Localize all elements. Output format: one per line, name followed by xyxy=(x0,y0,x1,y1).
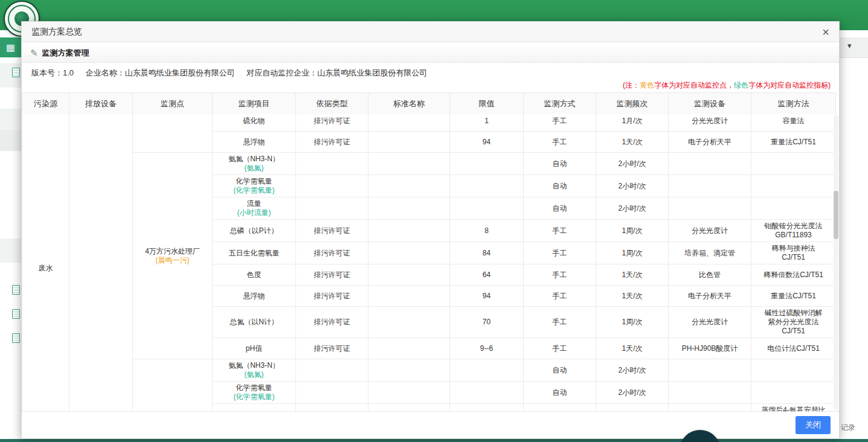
basis-type-cell: 排污许可证 xyxy=(296,132,368,153)
monitor-frequency-cell: 2小时/次 xyxy=(596,359,669,382)
monitor-point-cell: 4万方污水处理厂(晨鸣一污) xyxy=(133,153,213,359)
monitor-mode-cell: 自动 xyxy=(524,197,596,220)
company-label: 企业名称： xyxy=(86,68,125,77)
item-name: 悬浮物 xyxy=(215,292,293,301)
standard-name-cell xyxy=(368,242,450,264)
monitor-item-cell: 氨氮（NH3-N）(氨氮) xyxy=(213,359,296,382)
table-row: 4万方污水处理厂(晨鸣一污)氨氮（NH3-N）(氨氮)自动2小时/次 xyxy=(22,153,836,175)
monitor-method-cell: 稀释与接种法 CJ/T51 xyxy=(751,242,836,264)
monitor-method-cell xyxy=(751,175,836,197)
basis-type-cell: 排污许可证 xyxy=(296,242,368,264)
close-icon[interactable]: × xyxy=(822,26,829,38)
monitor-equipment-cell: 分光光度计 xyxy=(669,307,751,338)
monitor-method-cell: 电位计法CJ/T51 xyxy=(751,338,836,359)
limit-cell xyxy=(450,197,524,220)
monitor-method-cell: 蒸馏后4-氨基安替比 林分光光度法 xyxy=(751,404,836,412)
record-label: 记录 xyxy=(841,423,855,433)
monitor-item-cell: 总磷（以P计） xyxy=(213,220,296,242)
grid-icon: ▦ xyxy=(6,42,15,53)
monitor-equipment-cell: 分光光度计 xyxy=(669,114,751,132)
monitor-point-name: 4万方污水处理厂 xyxy=(135,247,210,256)
basis-type-cell xyxy=(296,197,368,220)
limit-cell xyxy=(450,153,524,175)
monitor-method-cell: 稀释倍数法CJ/T51 xyxy=(751,264,836,286)
item-name: 化学需氧量 xyxy=(215,383,293,392)
monitor-frequency-cell: 1天/次 xyxy=(596,286,669,307)
monitor-mode-cell: 手工 xyxy=(524,286,596,307)
column-header-10: 监测方法 xyxy=(751,93,836,115)
limit-cell xyxy=(450,359,524,382)
item-name: 流量 xyxy=(215,199,293,208)
version-info: 版本号：1.0 xyxy=(31,68,74,77)
monitor-equipment-cell xyxy=(669,153,751,175)
standard-name-cell xyxy=(368,307,450,338)
document-icon xyxy=(12,309,20,319)
monitor-frequency-cell: 1天/次 xyxy=(596,338,669,359)
monitor-equipment-cell: 电子分析天平 xyxy=(669,132,751,153)
item-auto-indicator: (氨氮) xyxy=(215,370,293,379)
monitor-point-cell xyxy=(133,359,213,412)
active-nav-tab[interactable]: ▦ xyxy=(0,37,21,57)
monitor-method-cell xyxy=(751,197,836,220)
note-part1: (注： xyxy=(623,81,640,89)
column-header-1: 排放设备 xyxy=(69,93,133,115)
company-value: 山东晨鸣纸业集团股份有限公司 xyxy=(125,68,235,77)
column-header-4: 依据类型 xyxy=(296,93,368,115)
scrollbar-thumb[interactable] xyxy=(834,191,838,239)
item-auto-indicator: (氨氮) xyxy=(215,164,293,173)
modal-header: 监测方案总览 × xyxy=(22,22,839,42)
standard-name-cell xyxy=(368,264,450,286)
vertical-scrollbar[interactable] xyxy=(834,115,838,410)
item-name: 总磷（以P计） xyxy=(215,226,293,235)
monitor-item-cell: 氨氮（NH3-N）(氨氮) xyxy=(213,153,296,175)
background-row xyxy=(0,109,21,130)
monitoring-table-header: 污染源排放设备监测点监测项目依据类型标准名称限值监测方式监测频次监测设备监测方法 xyxy=(22,92,836,115)
monitor-mode-cell: 手工 xyxy=(524,338,596,359)
table-row: 废水硫化物排污许可证1手工1月/次分光光度计容量法 xyxy=(22,114,836,132)
limit-cell: 94 xyxy=(450,286,524,307)
item-name: 化学需氧量 xyxy=(215,177,293,186)
standard-name-cell xyxy=(368,114,450,132)
close-button[interactable]: 关闭 xyxy=(796,416,831,434)
monitor-frequency-cell: 2小时/次 xyxy=(596,153,669,175)
limit-cell xyxy=(450,175,524,197)
monitor-item-cell: pH值 xyxy=(213,338,296,359)
monitor-item-cell: 硫化物 xyxy=(213,114,296,132)
monitor-mode-cell: 手工 xyxy=(524,114,596,132)
monitor-method-cell: 容量法 xyxy=(751,114,836,132)
note-part3: 字体为对应自动监控指标) xyxy=(748,81,831,89)
document-icon xyxy=(12,285,20,295)
standard-name-cell xyxy=(368,286,450,307)
monitor-method-cell xyxy=(751,153,836,175)
monitor-method-cell: 重量法CJ/T51 xyxy=(751,132,836,153)
dropdown-caret-icon[interactable]: ▾ xyxy=(847,41,852,50)
monitor-method-cell: 碱性过硫酸钾消解 紫外分光光度法 CJ/T51 xyxy=(751,307,836,338)
modal-title: 监测方案总览 xyxy=(31,27,82,37)
monitor-equipment-cell: 电子分析天平 xyxy=(669,286,751,307)
basis-type-cell: 排污许可证 xyxy=(296,114,368,132)
auto-company-value: 山东晨鸣纸业集团股份有限公司 xyxy=(317,68,427,77)
version-label: 版本号： xyxy=(31,68,63,77)
monitor-mode-cell: 自动 xyxy=(524,175,596,197)
column-header-8: 监测频次 xyxy=(596,93,669,115)
discharge-equipment-cell xyxy=(69,114,133,411)
limit-cell: 94 xyxy=(450,132,524,153)
basis-type-cell xyxy=(296,175,368,197)
standard-name-cell xyxy=(368,338,450,359)
limit-cell xyxy=(450,382,524,404)
item-name: 总氮（以N计） xyxy=(215,318,293,327)
monitor-equipment-cell: PH-HJ90B酸度计 xyxy=(669,338,751,359)
item-name: 五日生化需氧量 xyxy=(215,249,293,258)
monitor-frequency-cell: 1周/次 xyxy=(596,220,669,242)
column-header-6: 限值 xyxy=(450,93,524,115)
section-header: ✎ 监测方案管理 xyxy=(22,44,839,63)
monitor-item-cell: 色度 xyxy=(213,264,296,286)
standard-name-cell xyxy=(368,220,450,242)
monitor-item-cell: 流量(小时流量) xyxy=(213,197,296,220)
monitor-frequency-cell: 1天/次 xyxy=(596,132,669,153)
version-value: 1.0 xyxy=(63,68,74,77)
monitor-equipment-cell xyxy=(669,175,751,197)
note-green: 绿色 xyxy=(734,81,748,89)
monitor-equipment-cell xyxy=(669,382,751,404)
standard-name-cell xyxy=(368,197,450,220)
